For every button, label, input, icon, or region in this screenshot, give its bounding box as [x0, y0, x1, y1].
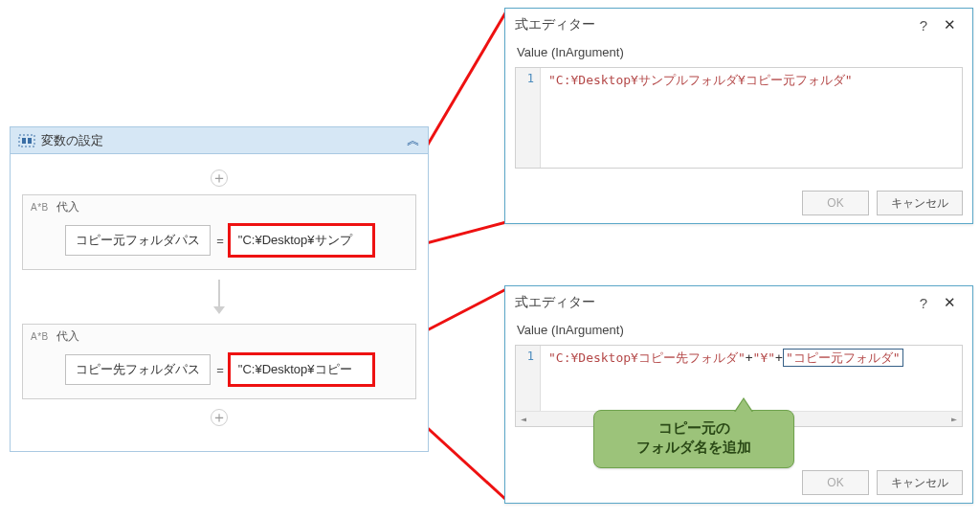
line-number: 1 — [516, 68, 541, 168]
assign-value-input[interactable]: "C:¥Desktop¥コピー — [230, 354, 373, 385]
assign-activity-2[interactable]: A*B 代入 コピー先フォルダパス = "C:¥Desktop¥コピー — [22, 324, 416, 399]
add-connector-top[interactable]: ＋ — [22, 169, 416, 187]
assign-variable-input[interactable]: コピー先フォルダパス — [65, 354, 211, 385]
cancel-button[interactable]: キャンセル — [877, 191, 963, 215]
scroll-left-icon[interactable]: ◄ — [516, 414, 531, 424]
expression-editor-1: 式エディター ? ✕ Value (InArgument) 1 "C:¥Desk… — [504, 8, 973, 224]
assign-activity-1[interactable]: A*B 代入 コピー元フォルダパス = "C:¥Desktop¥サンプ — [22, 194, 416, 270]
flow-arrow — [22, 280, 416, 314]
callout-line2: フォルダ名を追加 — [604, 438, 784, 457]
workflow-titlebar[interactable]: 変数の設定 ︽ — [11, 127, 428, 154]
code-segment: + — [746, 350, 753, 365]
assign-variable-input[interactable]: コピー元フォルダパス — [65, 225, 211, 256]
assign-value-input[interactable]: "C:¥Desktop¥サンプ — [230, 225, 373, 256]
collapse-icon[interactable]: ︽ — [407, 132, 420, 149]
equals-label: = — [216, 234, 224, 248]
callout-line1: コピー元の — [604, 418, 784, 438]
svg-rect-6 — [28, 138, 32, 144]
activity-type-label: A*B — [31, 331, 49, 342]
code-editor[interactable]: 1 "C:¥Desktop¥サンプルフォルダ¥コピー元フォルダ" — [515, 67, 963, 169]
code-segment: + — [775, 350, 783, 365]
activity-name: 代入 — [56, 199, 79, 215]
scroll-right-icon[interactable]: ► — [947, 414, 962, 424]
ok-button[interactable]: OK — [802, 191, 869, 215]
ok-button[interactable]: OK — [802, 470, 869, 495]
editor-title: 式エディター — [515, 294, 911, 311]
equals-label: = — [216, 363, 224, 377]
add-connector-bottom[interactable]: ＋ — [22, 409, 416, 426]
help-icon[interactable]: ? — [911, 17, 936, 34]
sequence-icon — [18, 134, 35, 147]
editor-subtitle: Value (InArgument) — [505, 41, 972, 67]
svg-rect-5 — [22, 138, 26, 144]
code-segment: "¥" — [753, 350, 775, 365]
code-segment: "C:¥Desktop¥コピー先フォルダ" — [548, 350, 746, 365]
code-segment: "コピー元フォルダ" — [783, 349, 903, 367]
workflow-panel: 変数の設定 ︽ ＋ A*B 代入 コピー元フォルダパス = "C:¥Deskto… — [10, 126, 429, 452]
activity-type-label: A*B — [31, 202, 49, 213]
annotation-callout: コピー元の フォルダ名を追加 — [593, 410, 794, 468]
close-icon[interactable]: ✕ — [936, 16, 963, 34]
workflow-title: 変数の設定 — [41, 132, 407, 149]
cancel-button[interactable]: キャンセル — [877, 470, 963, 495]
help-icon[interactable]: ? — [911, 295, 936, 311]
editor-subtitle: Value (InArgument) — [505, 319, 972, 345]
code-segment: "C:¥Desktop¥サンプルフォルダ¥コピー元フォルダ" — [548, 73, 853, 87]
expression-editor-2: 式エディター ? ✕ Value (InArgument) 1 "C:¥Desk… — [504, 285, 973, 504]
close-icon[interactable]: ✕ — [936, 294, 963, 311]
activity-name: 代入 — [56, 328, 79, 345]
svg-rect-4 — [19, 135, 34, 147]
editor-title: 式エディター — [515, 16, 911, 34]
